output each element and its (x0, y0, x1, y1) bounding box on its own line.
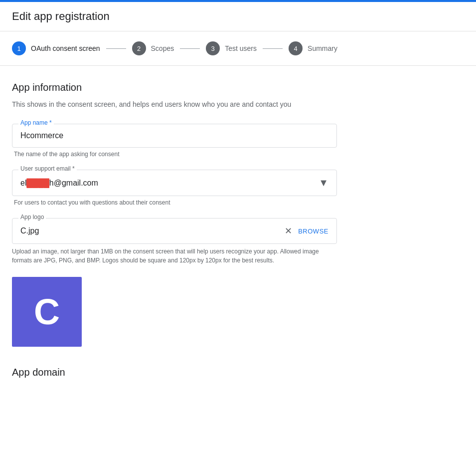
logo-filename: C.jpg (20, 226, 285, 235)
app-name-field: App name * The name of the app asking fo… (12, 124, 337, 158)
logo-input-wrapper: C.jpg ✕ BROWSE (12, 219, 336, 243)
app-domain-title: App domain (12, 367, 337, 378)
app-logo-wrapper: App logo C.jpg ✕ BROWSE (12, 218, 337, 244)
step-1-label: OAuth consent screen (31, 44, 100, 52)
step-3-label: Test users (225, 44, 257, 52)
app-info-title: App information (12, 82, 337, 93)
user-support-email-select[interactable]: el████h@gmail.com ▼ (12, 170, 336, 196)
stepper: 1 OAuth consent screen 2 Scopes 3 Test u… (0, 31, 476, 66)
step-4[interactable]: 4 Summary (289, 41, 337, 55)
redacted-text: ████ (26, 179, 49, 188)
user-support-email-label: User support email * (18, 165, 77, 172)
step-2-label: Scopes (151, 44, 174, 52)
user-support-email-field: User support email * el████h@gmail.com ▼… (12, 170, 337, 206)
app-logo-helper: Upload an image, not larger than 1MB on … (12, 247, 337, 265)
step-divider-2 (180, 48, 200, 49)
app-logo-label: App logo (18, 214, 46, 221)
step-1-number: 1 (12, 41, 26, 55)
dropdown-arrow-icon: ▼ (318, 177, 328, 189)
browse-button[interactable]: BROWSE (298, 227, 328, 235)
step-1[interactable]: 1 OAuth consent screen (12, 41, 100, 55)
app-name-wrapper: App name * (12, 124, 337, 148)
step-3[interactable]: 3 Test users (206, 41, 257, 55)
header: Edit app registration (0, 2, 476, 31)
step-4-label: Summary (308, 44, 337, 52)
app-info-description: This shows in the consent screen, and he… (12, 99, 337, 110)
app-name-helper: The name of the app asking for consent (12, 151, 337, 158)
user-support-email-helper: For users to contact you with questions … (12, 199, 337, 206)
app-name-label: App name * (18, 119, 54, 126)
step-4-number: 4 (289, 41, 303, 55)
main-content: App information This shows in the consen… (0, 66, 349, 394)
step-2-number: 2 (132, 41, 146, 55)
app-logo-field: App logo C.jpg ✕ BROWSE Upload an image,… (12, 218, 337, 265)
user-support-email-value: el████h@gmail.com (20, 179, 318, 188)
logo-preview-letter: C (34, 291, 60, 332)
step-2[interactable]: 2 Scopes (132, 41, 174, 55)
user-support-email-wrapper[interactable]: User support email * el████h@gmail.com ▼ (12, 170, 337, 196)
step-3-number: 3 (206, 41, 220, 55)
step-divider-3 (263, 48, 283, 49)
page-title: Edit app registration (12, 10, 464, 23)
app-name-input[interactable] (12, 124, 336, 147)
clear-logo-icon[interactable]: ✕ (285, 225, 292, 236)
logo-preview: C (12, 277, 82, 347)
step-divider-1 (106, 48, 126, 49)
